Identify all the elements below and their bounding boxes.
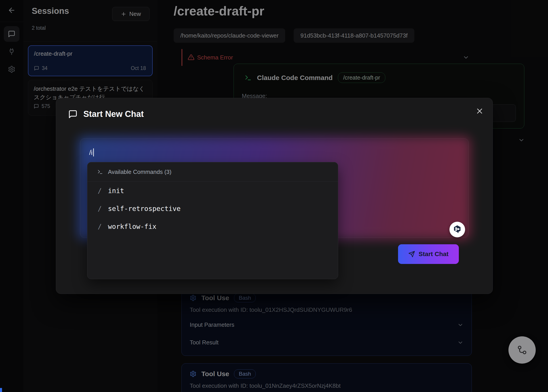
command-name: self-retrospective [108,205,181,213]
chat-bubble-icon [68,110,77,119]
bottom-left-accent [0,388,2,392]
text-cursor [93,148,94,156]
app-screen: Sessions New 2 total /create-draft-pr 34… [0,0,548,392]
available-commands-header: Available Commands (3) [87,162,338,182]
command-option-workflow-fix[interactable]: / workflow-fix [87,217,338,235]
claude-code-logo-button[interactable] [450,222,465,237]
close-icon [475,107,484,115]
start-new-chat-modal: Start New Chat /i [56,98,493,294]
start-chat-button[interactable]: Start Chat [398,244,459,264]
hexagon-chat-logo-icon [452,224,462,235]
modal-title: Start New Chat [83,109,144,119]
terminal-icon [97,169,103,175]
command-name: init [108,187,124,195]
close-button[interactable] [475,106,485,116]
command-name: workflow-fix [108,223,156,231]
git-session-fab[interactable] [508,336,536,364]
command-prefix: / [98,205,102,213]
send-icon [408,251,415,258]
start-chat-label: Start Chat [419,251,449,258]
git-branch-icon [517,345,527,355]
command-option-init[interactable]: / init [87,182,338,200]
command-prefix: / [98,223,102,231]
available-commands-label: Available Commands (3) [108,168,171,175]
command-option-self-retrospective[interactable]: / self-retrospective [87,200,338,217]
command-prefix: / [98,187,102,195]
input-value: /i [89,149,92,156]
command-autocomplete-dropdown: Available Commands (3) / init / self-ret… [87,162,338,279]
